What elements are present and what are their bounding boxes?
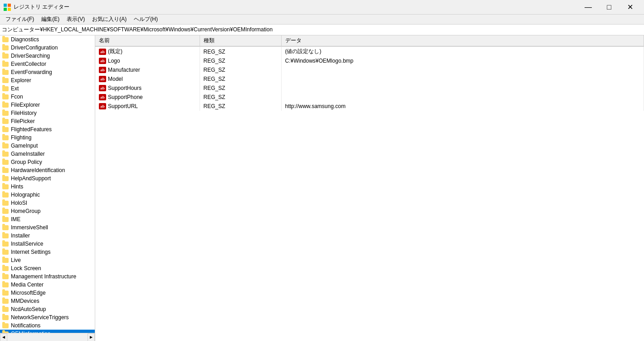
tree-item[interactable]: Explorer <box>0 76 95 84</box>
folder-icon <box>2 134 9 141</box>
folder-icon <box>2 60 9 68</box>
tree-item[interactable]: Media Center <box>0 281 95 289</box>
maximize-button[interactable]: □ <box>599 0 620 15</box>
tree-item[interactable]: ImmersiveShell <box>0 223 95 232</box>
menu-help[interactable]: ヘルプ(H) <box>130 15 161 24</box>
tree-item-label: Installer <box>11 232 30 239</box>
tree-item-label: GameInput <box>11 143 38 149</box>
tree-item-label: NetworkServiceTriggers <box>11 314 69 321</box>
tree-item[interactable]: OEMInformation <box>0 330 95 333</box>
tree-item[interactable]: Installer <box>0 232 95 240</box>
scroll-left-arrow[interactable]: ◀ <box>0 333 7 341</box>
tree-item[interactable]: HoloSI <box>0 199 95 207</box>
tree-item[interactable]: Ext <box>0 84 95 93</box>
tree-item[interactable]: Notifications <box>0 321 95 330</box>
tree-item[interactable]: HelpAndSupport <box>0 174 95 183</box>
cell-data <box>281 65 644 74</box>
tree-item[interactable]: FileHistory <box>0 109 95 117</box>
tree-item-label: Lock Screen <box>11 265 41 272</box>
tree-item[interactable]: Internet Settings <box>0 248 95 256</box>
app-icon <box>4 4 11 11</box>
tree-item-label: EventCollector <box>11 61 46 67</box>
tree-horizontal-scroll[interactable] <box>7 333 88 341</box>
tree-item[interactable]: MicrosoftEdge <box>0 289 95 297</box>
tree-item[interactable]: FlightedFeatures <box>0 125 95 133</box>
tree-item[interactable]: Hints <box>0 183 95 191</box>
tree-item[interactable]: InstallService <box>0 240 95 248</box>
col-header-type[interactable]: 種類 <box>200 35 281 46</box>
tree-item-label: GameInstaller <box>11 151 45 157</box>
name-text: (既定) <box>108 48 122 54</box>
menu-favorites[interactable]: お気に入り(A) <box>88 15 130 24</box>
tree-item-label: MMDevices <box>11 298 39 304</box>
table-row[interactable]: abSupportPhoneREG_SZ <box>95 93 644 102</box>
tree-item[interactable]: DriverSearching <box>0 52 95 60</box>
close-button[interactable]: ✕ <box>620 0 640 15</box>
tree-item[interactable]: HomeGroup <box>0 207 95 215</box>
tree-item[interactable]: DriverConfiguration <box>0 44 95 52</box>
tree-scroll[interactable]: DiagnosticsDriverConfigurationDriverSear… <box>0 35 95 333</box>
folder-icon <box>2 52 9 59</box>
tree-item[interactable]: Live <box>0 256 95 264</box>
folder-icon <box>2 216 9 223</box>
tree-item[interactable]: FilePicker <box>0 117 95 125</box>
tree-item[interactable]: IME <box>0 215 95 223</box>
folder-icon <box>2 281 9 288</box>
table-row[interactable]: abLogoREG_SZC:¥Windows¥OEMlogo.bmp <box>95 56 644 65</box>
ab-icon: ab <box>99 76 106 82</box>
tree-item-label: Notifications <box>11 322 40 329</box>
table-row[interactable]: abManufacturerREG_SZ <box>95 65 644 74</box>
col-header-name[interactable]: 名前 <box>95 35 200 46</box>
tree-item-label: DriverConfiguration <box>11 44 58 51</box>
tree-item[interactable]: EventCollector <box>0 60 95 68</box>
tree-item[interactable]: Fcon <box>0 93 95 101</box>
folder-icon <box>2 297 9 305</box>
scroll-right-arrow[interactable]: ▶ <box>88 333 95 341</box>
tree-item[interactable]: NetworkServiceTriggers <box>0 313 95 321</box>
folder-icon <box>2 257 9 264</box>
table-scroll[interactable]: 名前 種類 データ ab(既定)REG_SZ(値の設定なし)abLogoREG_… <box>95 35 644 341</box>
tree-item[interactable]: Management Infrastructure <box>0 272 95 281</box>
cell-type: REG_SZ <box>200 56 281 65</box>
tree-item[interactable]: Lock Screen <box>0 264 95 272</box>
title-bar: レジストリ エディター — □ ✕ <box>0 0 644 15</box>
tree-item-label: Fcon <box>11 94 23 100</box>
folder-icon <box>2 150 9 158</box>
folder-icon <box>2 199 9 207</box>
col-header-data[interactable]: データ <box>281 35 644 46</box>
menu-file[interactable]: ファイル(F) <box>2 15 38 24</box>
cell-type: REG_SZ <box>200 74 281 84</box>
tree-item[interactable]: Diagnostics <box>0 35 95 44</box>
tree-item[interactable]: Group Policy <box>0 158 95 166</box>
tree-item[interactable]: EventForwarding <box>0 68 95 76</box>
folder-icon <box>2 208 9 215</box>
tree-item[interactable]: Flighting <box>0 133 95 142</box>
tree-item[interactable]: GameInput <box>0 142 95 150</box>
name-text: SupportURL <box>108 103 138 109</box>
folder-icon <box>2 158 9 166</box>
menu-edit[interactable]: 編集(E) <box>38 15 63 24</box>
table-row[interactable]: abSupportURLREG_SZhttp://www.samsung.com <box>95 102 644 111</box>
minimize-button[interactable]: — <box>578 0 599 15</box>
folder-icon <box>2 240 9 247</box>
tree-item[interactable]: NcdAutoSetup <box>0 305 95 313</box>
tree-item-label: Internet Settings <box>11 249 50 255</box>
tree-item[interactable]: Holographic <box>0 191 95 199</box>
tree-item[interactable]: MMDevices <box>0 297 95 305</box>
menu-view[interactable]: 表示(V) <box>63 15 88 24</box>
table-row[interactable]: abModelREG_SZ <box>95 74 644 84</box>
tree-item[interactable]: FileExplorer <box>0 101 95 109</box>
table-row[interactable]: abSupportHoursREG_SZ <box>95 84 644 93</box>
tree-item-label: HelpAndSupport <box>11 175 51 182</box>
tree-item-label: IME <box>11 216 20 222</box>
cell-data: http://www.samsung.com <box>281 102 644 111</box>
tree-item-label: Holographic <box>11 192 40 198</box>
tree-item[interactable]: GameInstaller <box>0 150 95 158</box>
cell-data: (値の設定なし) <box>281 46 644 56</box>
right-panel: 名前 種類 データ ab(既定)REG_SZ(値の設定なし)abLogoREG_… <box>95 35 644 341</box>
tree-item[interactable]: HardwareIdentification <box>0 166 95 174</box>
folder-icon <box>2 44 9 51</box>
tree-item-label: HoloSI <box>11 200 27 206</box>
table-row[interactable]: ab(既定)REG_SZ(値の設定なし) <box>95 46 644 56</box>
cell-name: abModel <box>95 74 200 84</box>
